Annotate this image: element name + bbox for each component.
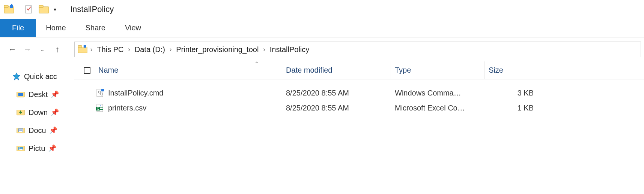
address-bar[interactable]: › This PC › Data (D:) › Printer_provisio…	[74, 42, 641, 57]
qat-newfolder-icon[interactable]	[39, 4, 49, 15]
svg-rect-15	[19, 128, 23, 132]
file-size: 1 KB	[485, 104, 541, 112]
sidebar-item-downloads[interactable]: Down 📌	[0, 103, 74, 121]
svg-rect-9	[84, 45, 86, 48]
file-type: Windows Comma…	[391, 89, 485, 97]
folder-icon	[17, 90, 26, 99]
svg-marker-10	[13, 73, 20, 80]
svg-rect-29	[100, 109, 103, 110]
qat-properties-icon[interactable]	[24, 4, 34, 15]
column-type[interactable]: Type	[391, 61, 485, 79]
folder-icon	[17, 126, 26, 135]
sidebar-item-label: Pictu	[29, 144, 45, 153]
tab-share[interactable]: Share	[76, 19, 115, 37]
svg-text:X: X	[97, 107, 99, 110]
sidebar-quick-access-label: Quick acc	[24, 72, 57, 81]
svg-rect-7	[78, 47, 87, 53]
file-type: Microsoft Excel Co…	[391, 104, 485, 112]
csv-file-icon: Xa	[95, 103, 106, 112]
file-name: printers.csv	[106, 104, 282, 112]
cmd-file-icon	[95, 88, 106, 97]
file-date: 8/25/2020 8:55 AM	[282, 104, 391, 112]
crumb-this-pc[interactable]: This PC	[94, 45, 126, 54]
sidebar-item-label: Down	[29, 108, 48, 117]
file-size: 3 KB	[485, 89, 541, 97]
chevron-right-icon[interactable]: ›	[262, 46, 266, 53]
app-folder-icon	[4, 4, 14, 15]
file-row[interactable]: InstallPolicy.cmd 8/25/2020 8:55 AM Wind…	[74, 85, 644, 100]
folder-icon	[17, 144, 26, 153]
column-date-modified[interactable]: Date modified	[282, 61, 391, 79]
svg-rect-6	[39, 5, 43, 7]
crumb-folder-1[interactable]: Printer_provisioning_tool	[173, 45, 262, 54]
column-name[interactable]: Name	[95, 61, 282, 79]
pin-icon: 📌	[51, 90, 59, 98]
column-headers: ⌃ Name Date modified Type Size	[74, 61, 644, 79]
file-list-area: ⌃ Name Date modified Type Size InstallPo…	[74, 61, 644, 194]
svg-rect-24	[101, 89, 104, 91]
sidebar-item-documents[interactable]: Docu 📌	[0, 121, 74, 139]
navigation-row: ← → ⌄ ↑ › This PC › Data (D:) › Printer_…	[0, 37, 644, 61]
up-button[interactable]: ↑	[52, 44, 63, 55]
file-date: 8/25/2020 8:55 AM	[282, 89, 391, 97]
svg-point-20	[19, 148, 20, 149]
history-buttons: ← → ⌄ ↑	[0, 44, 74, 55]
navigation-pane: Quick acc Deskt 📌 Down 📌 Docu 📌 Pictu 📌	[0, 61, 74, 194]
pin-icon: 📌	[48, 144, 56, 152]
tab-home[interactable]: Home	[36, 19, 75, 37]
qat-customize-dropdown[interactable]: ▾	[54, 6, 56, 12]
svg-rect-12	[18, 93, 23, 96]
sort-indicator-icon: ⌃	[254, 61, 259, 67]
address-folder-icon	[78, 45, 87, 54]
file-name: InstallPolicy.cmd	[106, 89, 282, 97]
title-bar: ▾ InstallPolicy	[0, 0, 644, 19]
file-row[interactable]: Xa printers.csv 8/25/2020 8:55 AM Micros…	[74, 100, 644, 115]
pin-icon: 📌	[49, 126, 57, 134]
folder-icon	[17, 108, 26, 117]
file-rows: InstallPolicy.cmd 8/25/2020 8:55 AM Wind…	[74, 79, 644, 115]
svg-rect-5	[39, 7, 49, 13]
svg-rect-1	[4, 5, 8, 7]
star-icon	[12, 72, 21, 81]
tab-view[interactable]: View	[115, 19, 151, 37]
sidebar-item-desktop[interactable]: Deskt 📌	[0, 85, 74, 103]
chevron-right-icon[interactable]: ›	[90, 46, 93, 53]
title-separator	[19, 4, 19, 15]
sidebar-item-label: Docu	[29, 126, 46, 135]
sidebar-quick-access[interactable]: Quick acc	[0, 67, 74, 85]
pin-icon: 📌	[51, 108, 59, 116]
chevron-right-icon[interactable]: ›	[127, 46, 131, 53]
sidebar-item-pictures[interactable]: Pictu 📌	[0, 139, 74, 157]
sidebar-item-label: Deskt	[29, 90, 48, 99]
svg-rect-8	[78, 46, 82, 48]
main-area: Quick acc Deskt 📌 Down 📌 Docu 📌 Pictu 📌 …	[0, 61, 644, 194]
back-button[interactable]: ←	[7, 44, 18, 55]
title-separator-2	[61, 4, 61, 15]
column-size[interactable]: Size	[485, 61, 541, 79]
select-all-checkbox[interactable]	[80, 67, 95, 74]
chevron-right-icon[interactable]: ›	[169, 46, 172, 53]
svg-rect-28	[100, 107, 103, 108]
forward-button[interactable]: →	[22, 44, 33, 55]
recent-locations-dropdown[interactable]: ⌄	[37, 44, 48, 55]
svg-rect-3	[11, 4, 12, 6]
crumb-drive[interactable]: Data (D:)	[132, 45, 168, 54]
ribbon-tabs: File Home Share View	[0, 19, 644, 37]
window-title: InstallPolicy	[70, 4, 114, 14]
tab-file[interactable]: File	[0, 19, 36, 37]
crumb-folder-2[interactable]: InstallPolicy	[267, 45, 313, 54]
